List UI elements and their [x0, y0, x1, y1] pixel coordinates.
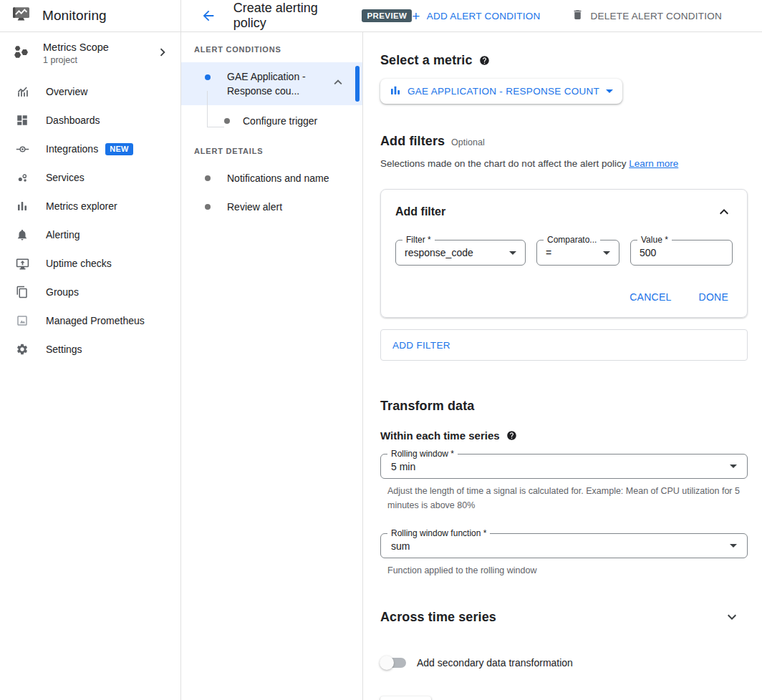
- alerting-bell-icon: [15, 228, 29, 242]
- sidebar-item-dashboards[interactable]: Dashboards: [0, 106, 180, 135]
- back-arrow-button[interactable]: [201, 7, 218, 24]
- right-region: Create alerting policy PREVIEW + ADD ALE…: [181, 0, 762, 700]
- done-button[interactable]: DONE: [699, 291, 728, 303]
- rolling-window-select[interactable]: Rolling window * 5 min: [380, 454, 748, 479]
- add-alert-condition-button[interactable]: + ADD ALERT CONDITION: [412, 9, 540, 23]
- sidebar-item-label: Metrics explorer: [46, 200, 117, 212]
- header-actions: + ADD ALERT CONDITION DELETE ALERT CONDI…: [412, 9, 722, 23]
- add-filter-button[interactable]: ADD FILTER: [380, 329, 748, 361]
- sidebar-item-managed-prometheus[interactable]: Managed Prometheus: [0, 306, 180, 335]
- value-input[interactable]: [640, 247, 723, 258]
- sidebar-header: Monitoring: [0, 0, 180, 32]
- comparator-select[interactable]: Comparato... =: [536, 240, 619, 266]
- page-header: Create alerting policy PREVIEW + ADD ALE…: [181, 0, 762, 32]
- plus-icon: +: [412, 9, 420, 23]
- help-icon[interactable]: [479, 55, 490, 66]
- add-filter-card-header: Add filter: [395, 203, 733, 220]
- value-field-label: Value *: [637, 235, 672, 245]
- filter-card-buttons: CANCEL DONE: [395, 291, 733, 306]
- rolling-window-label: Rolling window *: [387, 449, 458, 459]
- rolling-window-function-value: sum: [391, 540, 410, 552]
- secondary-transform-toggle[interactable]: [382, 658, 406, 668]
- content-row: ALERT CONDITIONS GAE Application - Respo…: [181, 32, 762, 700]
- preview-badge: PREVIEW: [362, 9, 412, 22]
- main-panel: Select a metric GAE APPLICATION - RESPON…: [363, 32, 762, 700]
- caret-down-icon: [509, 251, 516, 255]
- filters-note: Selections made on the chart do not affe…: [380, 158, 748, 169]
- sidebar-item-label: Managed Prometheus: [46, 315, 145, 326]
- page-title: Create alerting policy: [233, 1, 354, 31]
- step-review-alert[interactable]: Review alert: [181, 193, 362, 221]
- alert-conditions-section-label: ALERT CONDITIONS: [181, 45, 362, 62]
- add-filters-heading: Add filters: [380, 134, 445, 149]
- filter-select-value: response_code: [405, 247, 473, 258]
- cancel-button[interactable]: CANCEL: [630, 291, 671, 303]
- sidebar-item-label: Groups: [46, 286, 79, 298]
- sidebar-item-integrations[interactable]: Integrations NEW: [0, 135, 180, 163]
- sidebar-item-alerting[interactable]: Alerting: [0, 220, 180, 249]
- filter-fields-row: Filter * response_code Comparato... = Va…: [395, 240, 733, 266]
- sidebar-item-overview[interactable]: Overview: [0, 77, 180, 106]
- sidebar-nav: Overview Dashboards Integrations: [0, 77, 180, 364]
- step-dot-icon: [224, 118, 230, 124]
- caret-down-icon: [730, 544, 737, 548]
- app-root: Monitoring Metrics Scope 1 project: [0, 0, 762, 700]
- sidebar-item-label: Alerting: [46, 229, 79, 240]
- chevron-right-icon: [155, 44, 170, 63]
- select-metric-heading-row: Select a metric: [380, 53, 748, 68]
- settings-gear-icon: [15, 342, 29, 356]
- chevron-up-icon[interactable]: [715, 203, 733, 220]
- sidebar-item-uptime-checks[interactable]: Uptime checks: [0, 249, 180, 278]
- next-button[interactable]: NEXT: [380, 696, 431, 700]
- comparator-select-label: Comparato...: [544, 235, 600, 245]
- secondary-transform-row: Add secondary data transformation: [380, 657, 748, 669]
- dashboards-icon: [15, 113, 29, 127]
- learn-more-link[interactable]: Learn more: [629, 158, 678, 169]
- step-notifications[interactable]: Notifications and name: [181, 164, 362, 193]
- sidebar-item-groups[interactable]: Groups: [0, 278, 180, 306]
- comparator-select-value: =: [546, 247, 551, 258]
- help-icon[interactable]: [506, 430, 517, 441]
- step-dot-icon: [205, 204, 211, 210]
- step-nav-panel: ALERT CONDITIONS GAE Application - Respo…: [181, 32, 363, 700]
- within-time-series-heading: Within each time series: [380, 429, 500, 442]
- caret-down-icon: [603, 251, 610, 255]
- chevron-up-icon[interactable]: [330, 74, 346, 93]
- value-field: Value *: [630, 240, 733, 266]
- integrations-icon: [15, 142, 29, 156]
- within-time-series-row: Within each time series: [380, 429, 748, 442]
- rolling-window-value: 5 min: [391, 461, 415, 472]
- app-title: Monitoring: [42, 8, 107, 24]
- delete-alert-condition-button[interactable]: DELETE ALERT CONDITION: [572, 9, 722, 23]
- rolling-window-function-select[interactable]: Rolling window function * sum: [380, 533, 748, 558]
- metrics-explorer-icon: [15, 199, 29, 213]
- bar-chart-icon: [390, 84, 401, 98]
- tree-connector-line: [207, 91, 224, 127]
- metrics-scope-text: Metrics Scope 1 project: [43, 42, 155, 65]
- filter-select[interactable]: Filter * response_code: [395, 240, 526, 266]
- add-filters-heading-row: Add filters Optional: [380, 134, 748, 149]
- overview-icon: [15, 84, 29, 99]
- filter-select-label: Filter *: [402, 235, 435, 245]
- metrics-scope-selector[interactable]: Metrics Scope 1 project: [0, 32, 180, 74]
- new-badge: NEW: [105, 143, 133, 155]
- sidebar-item-metrics-explorer[interactable]: Metrics explorer: [0, 192, 180, 220]
- add-filter-card: Add filter Filter * response_code Compar: [380, 189, 748, 318]
- select-metric-heading: Select a metric: [380, 53, 473, 68]
- sidebar-item-label: Services: [46, 172, 85, 183]
- caret-down-icon: [730, 465, 737, 468]
- chevron-down-icon[interactable]: [723, 608, 741, 626]
- sidebar-item-settings[interactable]: Settings: [0, 335, 180, 364]
- optional-label: Optional: [451, 137, 485, 147]
- monitoring-logo-icon: [11, 6, 31, 26]
- metrics-scope-title: Metrics Scope: [43, 42, 155, 53]
- step-dot-icon: [205, 175, 211, 181]
- add-filter-card-title: Add filter: [395, 205, 445, 218]
- metric-selector-chip[interactable]: GAE APPLICATION - RESPONSE COUNT: [380, 79, 622, 104]
- managed-prometheus-icon: [15, 313, 29, 328]
- across-time-series-row: Across time series: [380, 608, 748, 626]
- metrics-scope-subtitle: 1 project: [43, 55, 155, 65]
- sidebar-item-label: Dashboards: [46, 115, 100, 126]
- sidebar-item-services[interactable]: Services: [0, 163, 180, 192]
- scrollbar-thumb[interactable]: [355, 66, 360, 102]
